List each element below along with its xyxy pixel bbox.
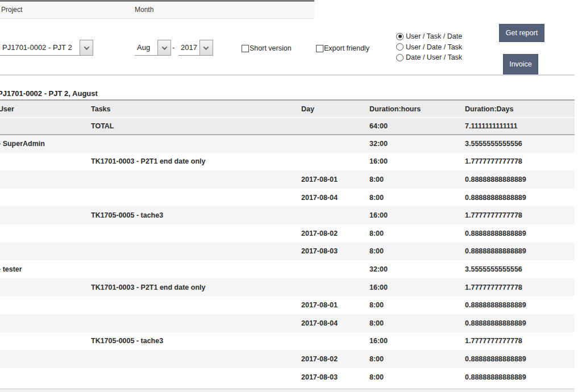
short-version-checkbox[interactable]: Short version (242, 44, 292, 52)
table-row: 2017-08-02 8:00 0.88888888888889 (0, 224, 575, 243)
cell-task (91, 368, 301, 386)
cell-duration-days: 0.88888888888889 (465, 314, 575, 332)
table-row: - SuperAdmin 32:00 3.5555555555556 (0, 135, 575, 153)
radio-icon[interactable] (396, 43, 404, 51)
cell-duration-hours: 8:00 (369, 224, 465, 243)
filter-report-divider (0, 74, 575, 76)
cell-duration-hours: 8:00 (369, 314, 465, 332)
column-header-user: User (0, 100, 91, 118)
cell-user (0, 206, 91, 224)
chevron-down-icon[interactable] (80, 40, 93, 56)
cell-task (91, 260, 301, 278)
column-header-duration-days: Duration:Days (465, 100, 575, 118)
radio-user-date-task[interactable]: User / Date / Task (396, 42, 462, 53)
cell-task: TOTAL (91, 118, 301, 135)
cell-task (91, 350, 301, 368)
cell-duration-days: 0.88888888888889 (465, 189, 575, 207)
cell-task: TK1701-0003 - P2T1 end date only (91, 278, 301, 297)
cell-duration-hours: 16:00 (369, 278, 465, 297)
cell-duration-days: 0.88888888888889 (465, 296, 575, 314)
cell-duration-days: 3.5555555555556 (465, 260, 575, 278)
cell-user: - SuperAdmin (0, 135, 91, 153)
cell-duration-days: 1.7777777777778 (465, 332, 575, 351)
month-year-separator: - (172, 40, 174, 56)
export-friendly-checkbox[interactable]: Export friendly (316, 44, 369, 52)
radio-label: User / Task / Date (406, 32, 462, 40)
cell-day: 2017-08-01 (301, 296, 369, 314)
invoice-button[interactable]: Invoice (503, 54, 538, 74)
cell-user (0, 368, 91, 386)
cell-day: 2017-08-01 (301, 170, 369, 189)
cell-duration-days: 0.88888888888889 (465, 350, 575, 368)
get-report-button[interactable]: Get report (499, 24, 544, 42)
cell-duration-hours: 8:00 (369, 243, 465, 261)
cell-user (0, 224, 91, 243)
cell-task (91, 243, 301, 261)
table-row: TK1705-0005 - tache3 16:00 1.77777777777… (0, 206, 575, 224)
table-row: - tester 32:00 3.5555555555556 (0, 260, 575, 278)
cell-user: - tester (0, 260, 91, 278)
project-select[interactable]: PJ1701-0002 - PJT 2 (0, 40, 93, 56)
report-title: PJ1701-0002 - PJT 2, August (0, 89, 575, 98)
cell-task (91, 296, 301, 314)
cell-duration-days: 0.88888888888889 (465, 243, 575, 261)
cell-duration-days: 0.88888888888889 (465, 170, 575, 189)
checkbox-icon[interactable] (316, 45, 323, 52)
cell-user (0, 296, 91, 314)
cell-task (91, 135, 301, 153)
project-label: Project (1, 2, 22, 18)
radio-icon[interactable] (396, 33, 404, 40)
checkbox-icon[interactable] (242, 45, 249, 52)
year-select-value: 2017 (178, 40, 199, 56)
cell-user (0, 314, 91, 332)
cell-task: TK1701-0003 - P2T1 end date only (91, 153, 301, 171)
cell-task (91, 314, 301, 332)
table-row: 2017-08-04 8:00 0.88888888888889 (0, 189, 575, 207)
cell-duration-hours: 8:00 (369, 368, 465, 386)
cell-duration-days: 7.1111111111111 (465, 118, 575, 135)
filter-header-band: Project Month (0, 0, 314, 19)
cell-day: 2017-08-04 (301, 314, 369, 332)
cell-day: 2017-08-02 (301, 350, 369, 368)
chevron-down-icon[interactable] (199, 40, 213, 56)
table-row: TK1701-0003 - P2T1 end date only 16:00 1… (0, 278, 575, 297)
radio-icon[interactable] (396, 54, 404, 61)
cell-day (301, 118, 369, 135)
cell-duration-hours: 8:00 (369, 296, 465, 314)
cell-duration-days: 0.88888888888889 (465, 224, 575, 243)
cell-duration-hours: 8:00 (369, 170, 465, 189)
month-select[interactable]: Aug (135, 40, 171, 56)
cell-day (301, 153, 369, 171)
short-version-label: Short version (250, 44, 292, 52)
year-select[interactable]: 2017 (178, 40, 213, 56)
table-row: 2017-08-01 8:00 0.88888888888889 (0, 296, 575, 314)
column-header-tasks: Tasks (91, 100, 301, 118)
cell-user (0, 350, 91, 368)
table-row: TOTAL 64:00 7.1111111111111 (0, 118, 575, 135)
cell-duration-hours: 16:00 (369, 332, 465, 351)
cell-duration-hours: 16:00 (369, 206, 465, 224)
column-header-day: Day (301, 100, 369, 118)
table-row: TK1705-0005 - tache3 16:00 1.77777777777… (0, 332, 575, 351)
cell-day (301, 206, 369, 224)
cell-task (91, 189, 301, 207)
radio-user-task-date[interactable]: User / Task / Date (396, 31, 462, 42)
cell-duration-hours: 32:00 (369, 135, 465, 153)
cell-task: TK1705-0005 - tache3 (91, 332, 301, 351)
month-label: Month (135, 2, 153, 18)
project-select-value: PJ1701-0002 - PJT 2 (0, 40, 80, 56)
cell-duration-days: 3.5555555555556 (465, 135, 575, 153)
cell-duration-hours: 8:00 (369, 189, 465, 207)
table-row: 2017-08-01 8:00 0.88888888888889 (0, 170, 575, 189)
table-row: 2017-08-04 8:00 0.88888888888889 (0, 314, 575, 332)
radio-date-user-task[interactable]: Date / User / Task (396, 52, 462, 63)
cell-day (301, 332, 369, 351)
cell-user (0, 153, 91, 171)
chevron-down-icon[interactable] (157, 40, 171, 56)
cell-day: 2017-08-02 (301, 224, 369, 243)
cell-duration-days: 0.88888888888889 (465, 368, 575, 386)
cell-duration-hours: 64:00 (369, 118, 465, 135)
radio-label: Date / User / Task (406, 53, 462, 61)
cell-task (91, 224, 301, 243)
cell-duration-days: 1.7777777777778 (465, 153, 575, 171)
